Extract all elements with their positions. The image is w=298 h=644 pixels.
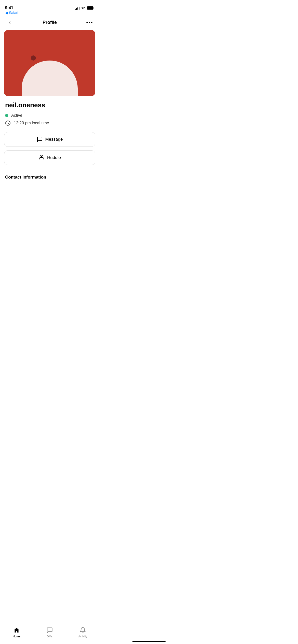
status-icons bbox=[75, 6, 94, 10]
svg-point-2 bbox=[42, 156, 43, 157]
action-buttons: Message Huddle bbox=[0, 132, 99, 165]
back-icon: ‹ bbox=[9, 19, 10, 26]
status-row: Active bbox=[5, 113, 94, 118]
status-time: 9:41 bbox=[5, 6, 13, 10]
status-text: Active bbox=[11, 113, 22, 118]
back-button[interactable]: ‹ bbox=[5, 18, 14, 27]
safari-back[interactable]: ◀ Safari bbox=[0, 11, 99, 15]
avatar-status-dot bbox=[31, 55, 36, 61]
message-label: Message bbox=[45, 137, 63, 142]
huddle-label: Huddle bbox=[47, 155, 61, 160]
local-time: 12:20 pm local time bbox=[14, 121, 49, 125]
message-icon bbox=[37, 136, 43, 142]
wifi-icon bbox=[81, 6, 85, 10]
nav-header: ‹ Profile ••• bbox=[0, 16, 99, 30]
huddle-button[interactable]: Huddle bbox=[4, 150, 95, 165]
page-title: Profile bbox=[43, 20, 57, 25]
active-status-dot bbox=[5, 114, 8, 117]
more-button[interactable]: ••• bbox=[85, 18, 94, 27]
time-row: 12:20 pm local time bbox=[5, 120, 94, 126]
safari-back-text[interactable]: ◀ Safari bbox=[5, 11, 18, 15]
contact-info-title: Contact information bbox=[5, 175, 46, 180]
username: neil.oneness bbox=[5, 101, 94, 109]
signal-icon bbox=[75, 6, 79, 10]
more-icon: ••• bbox=[86, 20, 93, 25]
contact-info-section: Contact information bbox=[0, 169, 99, 184]
clock-icon bbox=[5, 120, 11, 126]
status-bar: 9:41 bbox=[0, 0, 99, 12]
message-button[interactable]: Message bbox=[4, 132, 95, 147]
profile-info: neil.oneness Active 12:20 pm local time bbox=[0, 96, 99, 126]
avatar-container bbox=[4, 30, 95, 96]
huddle-icon bbox=[38, 155, 45, 161]
battery-icon bbox=[87, 6, 94, 10]
